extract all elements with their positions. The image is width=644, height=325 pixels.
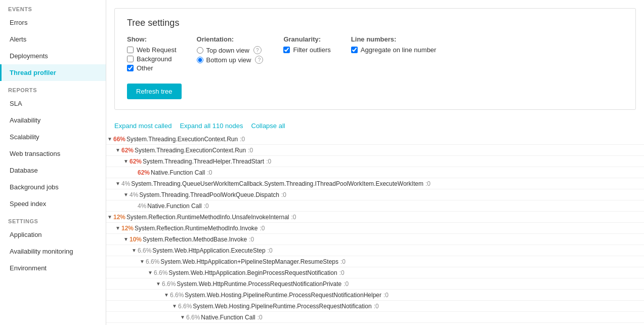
main-content: Tree settings Show: Web Request Backgrou…	[106, 0, 644, 325]
top-down-label: Top down view	[206, 47, 249, 54]
tree-count: :0	[257, 314, 263, 321]
tree-label: System.Threading.QueueUserWorkItemCallba…	[131, 180, 423, 187]
sidebar-item-sla[interactable]: SLA	[0, 95, 106, 112]
tree-row: ▼ 6.6% System.Web.Hosting.PipelineRuntim…	[106, 290, 644, 301]
sidebar-item-application[interactable]: Application	[0, 226, 106, 243]
sidebar-item-alerts[interactable]: Alerts	[0, 31, 106, 48]
tree-toggle[interactable]: ▼	[139, 258, 146, 265]
sidebar-item-database[interactable]: Database	[0, 162, 106, 179]
web-request-checkbox[interactable]	[127, 47, 134, 53]
tree-label: System.Reflection.RuntimeMethodInfo.Unsa…	[126, 214, 289, 221]
tree-toggle[interactable]: ▼	[155, 280, 162, 288]
tree-toggle[interactable]: ▼	[114, 225, 121, 232]
tree-toggle[interactable]: ▼	[106, 136, 113, 143]
expand-all-link[interactable]: Expand all 110 nodes	[180, 122, 243, 130]
tree-label: System.Threading.ThreadPoolWorkQueue.Dis…	[139, 191, 279, 198]
tree-row: ▼ 62% System.Threading.ExecutionContext.…	[106, 145, 644, 156]
tree-count: :0	[249, 236, 254, 243]
tree-count: :0	[425, 180, 431, 187]
aggregate-checkbox[interactable]	[351, 47, 358, 53]
tree-row: ▼ 62% System.Threading.ThreadHelper.Thre…	[106, 156, 644, 167]
tree-label: System.Threading.ThreadHelper.ThreadStar…	[143, 158, 264, 165]
granularity-group: Granularity: Filter outliers	[283, 35, 330, 55]
sidebar-item-environment[interactable]: Environment	[0, 260, 106, 276]
filter-outliers-checkbox[interactable]	[283, 47, 290, 53]
tree-row: ▼ 6.6% Native.Function Call:0	[106, 312, 644, 323]
background-label: Background	[137, 55, 171, 63]
tree-label: System.Web.HttpApplication.ExecuteStep	[152, 247, 265, 254]
tree-row: ▼ 6.6% System.Web.HttpRuntime.ProcessReq…	[106, 278, 644, 290]
tree-pct: 6.6%	[170, 292, 184, 299]
tree-pct: 4%	[121, 180, 130, 187]
tree-toggle[interactable]: ▼	[147, 269, 154, 276]
background-checkbox[interactable]	[127, 56, 134, 62]
tree-label: System.Web.HttpApplication+PipelineStepM…	[160, 258, 338, 265]
tree-toggle[interactable]: ▼	[179, 314, 186, 321]
tree-row: 4% Native.Function Call:0	[106, 200, 644, 212]
tree-pct: 10%	[130, 236, 142, 243]
tree-count: :0	[268, 247, 273, 254]
tree-label: System.Web.Hosting.PipelineRuntime.Proce…	[193, 303, 371, 310]
tree-label: System.Reflection.MethodBase.Invoke	[143, 236, 247, 243]
tree-pct: 66%	[113, 136, 125, 143]
tree-toggle[interactable]: ▼	[114, 147, 121, 154]
tree-toggle[interactable]: ▼	[106, 214, 113, 221]
tree-row: ▼ 6.6% System.Web.HttpApplication+Pipeli…	[106, 256, 644, 267]
tree-label: System.Threading.ExecutionContext.Run	[135, 147, 246, 154]
refresh-tree-button[interactable]: Refresh tree	[127, 84, 182, 99]
tree-toggle[interactable]: ▼	[122, 236, 130, 243]
tree-toggle[interactable]: ▼	[163, 292, 170, 299]
tree-row: ▼ 12% System.Reflection.RuntimeMethodInf…	[106, 212, 644, 223]
tree-count: :0	[291, 214, 296, 221]
granularity-label: Granularity:	[283, 35, 330, 43]
tree-count: :0	[383, 292, 389, 299]
tree-label: System.Web.HttpRuntime.ProcessRequestNot…	[177, 280, 341, 288]
tree-row: ▼ 6.6% System.Web.Hosting.PipelineRuntim…	[106, 301, 644, 312]
reports-section-label: REPORTS	[0, 81, 106, 95]
collapse-all-link[interactable]: Collapse all	[251, 122, 285, 130]
settings-section-label: SETTINGS	[0, 212, 106, 226]
other-checkbox[interactable]	[127, 65, 134, 71]
tree-pct: 4%	[130, 191, 138, 198]
web-request-label: Web Request	[137, 46, 177, 54]
tree-label: Native.Function Call	[201, 314, 255, 321]
tree-toggle[interactable]	[131, 202, 138, 210]
tree-pct: 6.6%	[146, 258, 159, 265]
tree-label: Native.Function Call	[151, 169, 205, 176]
bottom-up-label: Bottom up view	[206, 56, 251, 64]
tree-count: :0	[266, 158, 271, 165]
sidebar-item-thread-profiler[interactable]: Thread profiler	[0, 64, 106, 81]
tree-toggle[interactable]: ▼	[122, 158, 130, 165]
top-down-help-icon[interactable]: ?	[253, 46, 262, 54]
tree-toggle[interactable]: ▼	[122, 191, 130, 198]
sidebar-item-availability-monitoring[interactable]: Availability monitoring	[0, 243, 106, 260]
sidebar-item-deployments[interactable]: Deployments	[0, 48, 106, 64]
filter-outliers-label: Filter outliers	[293, 46, 330, 54]
sidebar-item-errors[interactable]: Errors	[0, 14, 106, 31]
sidebar-item-web-transactions[interactable]: Web transactions	[0, 145, 106, 162]
show-group: Show: Web Request Background Other	[127, 35, 177, 73]
orientation-group: Orientation: Top down view ? Bottom up v…	[197, 35, 264, 65]
tree-label: Native.Function Call	[147, 202, 201, 210]
sidebar-item-scalability[interactable]: Scalability	[0, 129, 106, 145]
tree-row: ▼ 66% System.Threading.ExecutionContext.…	[106, 134, 644, 145]
tree-toggle[interactable]: ▼	[171, 303, 178, 310]
tree-pct: 6.6%	[178, 303, 192, 310]
bottom-up-help-icon[interactable]: ?	[255, 56, 263, 64]
tree-row: ▼ 4% System.Threading.QueueUserWorkItemC…	[106, 178, 644, 189]
tree-count: :0	[340, 258, 346, 265]
tree-toggle[interactable]: ▼	[114, 180, 121, 187]
sidebar-item-speed-index[interactable]: Speed index	[0, 195, 106, 212]
tree-count: :0	[204, 202, 209, 210]
tree-label: System.Web.HttpApplication.BeginProcessR…	[168, 269, 337, 276]
sidebar-item-background-jobs[interactable]: Background jobs	[0, 179, 106, 195]
tree-toggle[interactable]	[131, 169, 138, 176]
sidebar-item-availability[interactable]: Availability	[0, 112, 106, 129]
bottom-up-radio[interactable]	[197, 57, 203, 63]
expand-most-called-link[interactable]: Expand most called	[114, 122, 171, 130]
events-section-label: EVENTS	[0, 0, 106, 14]
tree-toggle[interactable]: ▼	[131, 247, 138, 254]
top-down-radio[interactable]	[197, 47, 203, 54]
tree-count: :0	[260, 225, 265, 232]
tree-count: :0	[207, 169, 212, 176]
